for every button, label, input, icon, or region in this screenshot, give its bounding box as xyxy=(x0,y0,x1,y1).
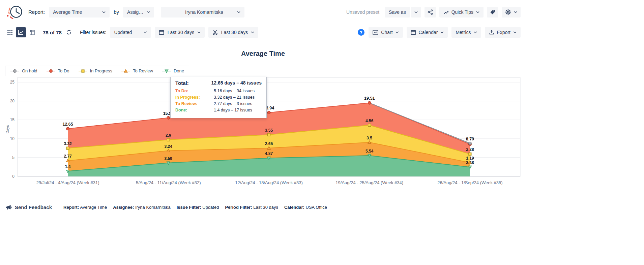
refresh-icon xyxy=(66,30,71,35)
chart-view-icon xyxy=(18,29,24,35)
quick-tips-label: Quick Tips xyxy=(451,9,473,15)
save-as-menu-button[interactable] xyxy=(411,7,421,18)
tooltip-row-done: Done:1.4 days – 17 issues xyxy=(175,108,262,112)
footer-item-report: Report: Average Time xyxy=(63,205,107,210)
page-title: Average Time xyxy=(0,50,526,58)
chart-section: On holdTo DoIn ProgressTo ReviewDone 051… xyxy=(5,66,521,189)
chevron-down-icon xyxy=(251,31,254,33)
assignee-dropdown[interactable]: Iryna Komarnitska xyxy=(161,7,244,18)
pivot-view-icon xyxy=(30,30,35,35)
calendar-icon xyxy=(411,30,416,35)
work-period-filter-value: Last 30 days xyxy=(221,30,248,35)
help-button[interactable]: ? xyxy=(357,29,365,36)
chart-view-button[interactable] xyxy=(16,27,26,37)
legend-item-to-do[interactable]: To Do xyxy=(46,68,69,73)
svg-text:19.51: 19.51 xyxy=(364,96,375,101)
app-container: Report: Average Time by Assignee Iryna K… xyxy=(0,0,526,217)
export-menu-button[interactable]: Export xyxy=(485,27,521,38)
chevron-down-icon xyxy=(476,11,479,13)
chevron-down-icon xyxy=(440,31,444,33)
chevron-down-icon xyxy=(197,31,201,33)
footer-item-period-filter: Period Filter: Last 30 days xyxy=(225,205,278,210)
svg-text:?: ? xyxy=(360,30,362,35)
gear-icon xyxy=(505,9,511,15)
chevron-down-icon xyxy=(144,31,147,33)
report-footer: Send Feedback Report: Average TimeAssign… xyxy=(5,199,521,217)
share-icon xyxy=(428,9,433,15)
legend-item-to-review[interactable]: To Review xyxy=(121,68,153,73)
legend-label: In Progress xyxy=(90,68,112,73)
trend-arrow-icon xyxy=(443,9,449,15)
tooltip-row-label: To Review: xyxy=(175,101,214,106)
calendar-menu-label: Calendar xyxy=(419,30,438,35)
group-by-dropdown[interactable]: Assignee xyxy=(123,7,154,18)
refresh-button[interactable] xyxy=(65,29,72,36)
svg-text:12/Aug/24 - 18/Aug/24 (Week #3: 12/Aug/24 - 18/Aug/24 (Week #33) xyxy=(235,180,303,185)
svg-text:4.56: 4.56 xyxy=(365,119,374,123)
metrics-menu-button[interactable]: Metrics xyxy=(451,27,481,38)
chevron-down-icon xyxy=(147,11,150,13)
top-header: Report: Average Time by Assignee Iryna K… xyxy=(0,0,526,24)
svg-text:3.5: 3.5 xyxy=(367,136,372,140)
group-by-value: Assignee xyxy=(127,9,144,15)
legend-item-done[interactable]: Done xyxy=(162,68,184,73)
chart-menu-button[interactable]: Chart xyxy=(369,27,403,38)
tooltip-row-to-review: To Review:2.77 days – 3 issues xyxy=(175,101,262,106)
tooltip-row-value: 5.16 days – 34 issues xyxy=(214,89,255,93)
calendar-icon xyxy=(159,30,164,35)
issue-filter-dropdown[interactable]: Updated xyxy=(110,27,151,38)
chart-tooltip: Total: 12.65 days – 48 issues To Do:5.16… xyxy=(170,77,267,118)
save-as-button[interactable]: Save as xyxy=(385,7,410,18)
chart-legend: On holdTo DoIn ProgressTo ReviewDone xyxy=(5,66,189,76)
scissors-icon xyxy=(212,30,218,35)
svg-text:29/Jul/24 - 4/Aug/24 (Week #31: 29/Jul/24 - 4/Aug/24 (Week #31) xyxy=(36,180,99,185)
svg-text:Days: Days xyxy=(5,125,9,134)
svg-text:10: 10 xyxy=(10,136,15,141)
legend-marker-done-icon xyxy=(162,69,171,73)
issue-filter-value: Updated xyxy=(114,30,132,35)
tooltip-row-to-do: To Do:5.16 days – 34 issues xyxy=(175,89,262,93)
toolbar-actions: ? Chart Calendar Metrics Export xyxy=(357,27,521,38)
export-menu-label: Export xyxy=(497,30,510,35)
export-icon xyxy=(489,30,494,35)
pivot-view-button[interactable] xyxy=(27,27,37,37)
quick-tips-button[interactable]: Quick Tips xyxy=(439,7,484,18)
work-period-filter-dropdown[interactable]: Last 30 days xyxy=(208,27,258,38)
question-circle-icon: ? xyxy=(357,29,365,36)
header-actions: Unsaved preset Save as Quick Tips xyxy=(346,7,521,18)
share-button[interactable] xyxy=(425,7,436,18)
svg-text:12.65: 12.65 xyxy=(62,122,73,127)
svg-text:5: 5 xyxy=(12,155,14,160)
chevron-down-icon xyxy=(102,11,106,13)
legend-marker-in-progress-icon xyxy=(78,69,88,73)
tags-button[interactable] xyxy=(487,7,498,18)
megaphone-icon xyxy=(5,204,12,210)
svg-text:2.48: 2.48 xyxy=(466,160,474,165)
period-filter-dropdown[interactable]: Last 30 days xyxy=(155,27,205,38)
tooltip-row-label: In Progress: xyxy=(175,95,214,100)
legend-marker-on-hold-icon xyxy=(10,69,20,73)
legend-item-on-hold[interactable]: On hold xyxy=(10,68,37,73)
legend-label: To Review xyxy=(133,68,153,73)
svg-text:8.79: 8.79 xyxy=(466,137,474,141)
grid-view-button[interactable] xyxy=(5,27,15,37)
footer-item-issue-filter: Issue Filter: Updated xyxy=(177,205,219,210)
legend-item-in-progress[interactable]: In Progress xyxy=(78,68,112,73)
issue-count: 78 of 78 xyxy=(43,30,62,35)
tooltip-row-value: 3.32 days – 21 issues xyxy=(214,95,255,100)
chevron-down-icon xyxy=(396,31,399,33)
calendar-menu-button[interactable]: Calendar xyxy=(407,27,448,38)
send-feedback-button[interactable]: Send Feedback xyxy=(5,204,52,210)
tooltip-total-value: 12.65 days – 48 issues xyxy=(211,80,262,86)
svg-text:5/Aug/24 - 11/Aug/24 (Week #32: 5/Aug/24 - 11/Aug/24 (Week #32) xyxy=(136,180,201,185)
legend-label: On hold xyxy=(22,68,37,73)
chevron-down-icon xyxy=(237,11,240,13)
svg-text:2.9: 2.9 xyxy=(166,133,171,138)
by-label: by xyxy=(114,9,119,15)
metrics-menu-label: Metrics xyxy=(456,30,471,35)
report-type-dropdown[interactable]: Average Time xyxy=(49,7,110,18)
chevron-down-icon xyxy=(414,11,418,13)
period-filter-value: Last 30 days xyxy=(168,30,194,35)
settings-button[interactable] xyxy=(502,7,521,18)
grid-view-icon xyxy=(7,30,12,35)
